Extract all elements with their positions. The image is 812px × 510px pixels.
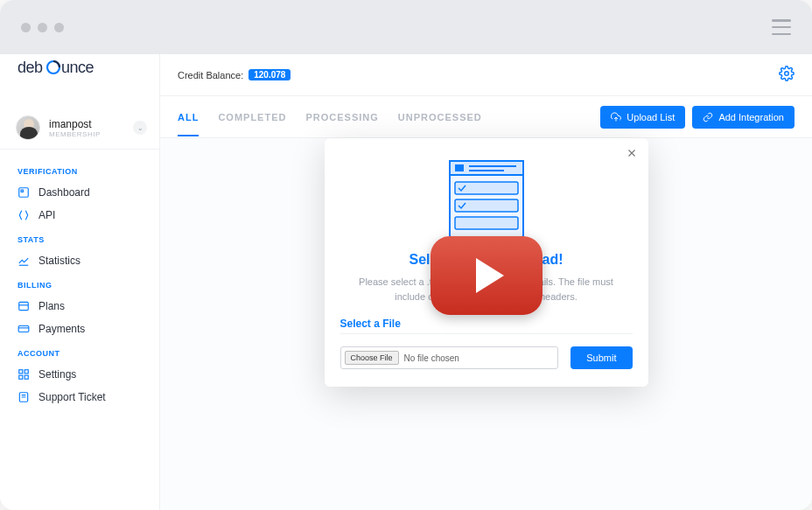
file-list-illustration	[434, 156, 539, 243]
nav-section-stats: STATS	[0, 227, 159, 249]
video-play-button[interactable]	[430, 236, 542, 315]
submit-button[interactable]: Submit	[570, 346, 632, 369]
profile-block[interactable]: imanpost MEMBERSHIP ⌄	[0, 110, 159, 150]
traffic-light-dot	[21, 23, 31, 32]
settings-icon	[18, 368, 30, 381]
svg-text:deb: deb	[18, 59, 43, 76]
credit-balance: Credit Balance: 120.078	[178, 69, 290, 80]
payments-icon	[18, 323, 30, 335]
app-body: imanpost MEMBERSHIP ⌄ VERIFICATION Dashb…	[0, 96, 812, 510]
tab-completed[interactable]: COMPLETED	[218, 98, 286, 136]
sidebar-item-label: Plans	[38, 300, 65, 312]
sidebar-item-api[interactable]: API	[0, 204, 159, 227]
svg-rect-18	[455, 182, 518, 194]
sidebar-item-label: Support Ticket	[38, 391, 106, 403]
window-titlebar	[0, 0, 812, 54]
svg-rect-11	[24, 375, 28, 379]
button-label: Upload List	[626, 112, 675, 122]
sidebar-item-label: Payments	[38, 323, 85, 335]
avatar	[16, 115, 40, 140]
svg-rect-6	[19, 302, 29, 310]
svg-point-3	[785, 71, 789, 75]
sidebar-item-support[interactable]: Support Ticket	[0, 386, 159, 409]
hamburger-menu[interactable]	[772, 19, 791, 35]
svg-rect-7	[18, 326, 29, 332]
sidebar-item-label: API	[38, 209, 55, 221]
header-left: deb unce	[0, 54, 160, 96]
tabs-row: ALL COMPLETED PROCESSING UNPROCESSED Upl…	[160, 96, 812, 138]
svg-rect-20	[455, 217, 518, 229]
gear-icon	[779, 66, 794, 81]
cloud-upload-icon	[611, 112, 621, 122]
nav-section-account: ACCOUNT	[0, 340, 159, 363]
profile-sub: MEMBERSHIP	[49, 130, 101, 138]
traffic-light-dot	[54, 23, 64, 32]
svg-rect-19	[455, 199, 518, 212]
main-area: ALL COMPLETED PROCESSING UNPROCESSED Upl…	[160, 96, 812, 510]
file-row: Choose File No file chosen Submit	[340, 346, 633, 369]
svg-text:unce: unce	[61, 59, 94, 76]
traffic-light-dot	[38, 23, 47, 32]
choose-file-button[interactable]: Choose File	[345, 351, 399, 365]
upload-list-button[interactable]: Upload List	[600, 106, 685, 129]
profile-text: imanpost MEMBERSHIP	[49, 118, 101, 138]
api-icon	[18, 209, 30, 221]
action-buttons: Upload List Add Integration	[600, 106, 794, 129]
tab-unprocessed[interactable]: UNPROCESSED	[398, 98, 482, 136]
settings-gear-button[interactable]	[779, 66, 794, 85]
modal-section-label: Select a File	[340, 318, 633, 330]
content-area: Select a file for upload! Please select …	[160, 138, 812, 510]
traffic-lights	[21, 23, 64, 32]
svg-rect-8	[19, 370, 23, 374]
sidebar-item-label: Dashboard	[38, 186, 90, 199]
add-integration-button[interactable]: Add Integration	[692, 106, 794, 129]
profile-name: imanpost	[49, 118, 101, 130]
close-button[interactable]	[626, 147, 638, 163]
dashboard-icon	[18, 186, 30, 199]
statistics-icon	[18, 255, 30, 267]
svg-rect-9	[24, 370, 28, 374]
plans-icon	[18, 300, 30, 312]
tab-all[interactable]: ALL	[178, 98, 199, 136]
credit-value-badge: 120.078	[248, 69, 290, 80]
tab-processing[interactable]: PROCESSING	[305, 98, 378, 136]
app-window: deb unce Credit Balance: 120.078 iman	[0, 0, 812, 510]
sidebar: imanpost MEMBERSHIP ⌄ VERIFICATION Dashb…	[0, 96, 160, 510]
button-label: Add Integration	[718, 112, 784, 122]
chevron-down-icon: ⌄	[133, 121, 147, 135]
svg-rect-15	[455, 164, 464, 171]
nav-section-billing: BILLING	[0, 272, 159, 295]
sidebar-item-plans[interactable]: Plans	[0, 295, 159, 318]
support-icon	[18, 391, 30, 403]
nav-section-verification: VERIFICATION	[0, 158, 159, 181]
topbar: Credit Balance: 120.078	[160, 54, 812, 96]
svg-rect-10	[19, 375, 23, 379]
svg-rect-5	[21, 190, 23, 192]
file-input[interactable]: Choose File No file chosen	[340, 346, 559, 369]
sidebar-item-settings[interactable]: Settings	[0, 363, 159, 386]
credit-label: Credit Balance:	[178, 70, 243, 80]
divider	[340, 333, 633, 334]
no-file-chosen-text: No file chosen	[404, 353, 459, 363]
sidebar-item-payments[interactable]: Payments	[0, 318, 159, 340]
sidebar-item-label: Statistics	[38, 255, 80, 267]
header-row: deb unce Credit Balance: 120.078	[0, 54, 812, 96]
link-icon	[703, 112, 713, 122]
close-icon	[626, 147, 638, 159]
sidebar-item-statistics[interactable]: Statistics	[0, 249, 159, 272]
brand-logo: deb unce	[0, 54, 159, 87]
sidebar-item-label: Settings	[38, 368, 76, 381]
sidebar-item-dashboard[interactable]: Dashboard	[0, 181, 159, 204]
